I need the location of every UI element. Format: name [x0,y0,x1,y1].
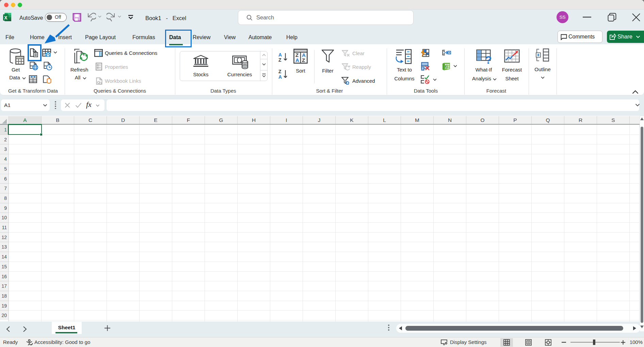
svg-text:?: ? [485,54,492,64]
svg-text:X: X [4,15,7,20]
svg-text:Z: Z [302,57,305,63]
svg-text:Z: Z [278,57,281,62]
svg-text:Z: Z [278,69,281,74]
svg-text:A: A [295,57,299,63]
svg-text:A: A [278,74,282,80]
svg-text:J: J [445,65,447,68]
